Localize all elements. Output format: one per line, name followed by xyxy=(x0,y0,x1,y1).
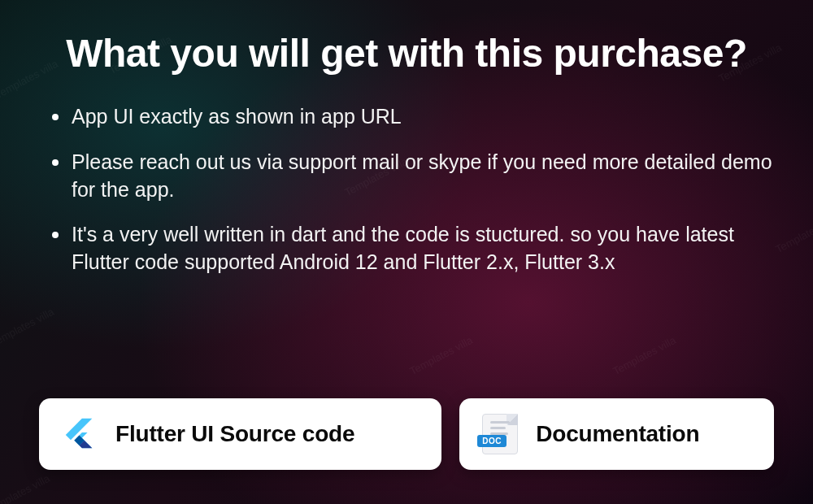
doc-badge: DOC xyxy=(477,435,506,447)
list-item: Please reach out us via support mail or … xyxy=(49,149,774,204)
feature-list: App UI exactly as shown in app URL Pleas… xyxy=(39,103,774,390)
page-title: What you will get with this purchase? xyxy=(39,31,774,76)
card-documentation: DOC Documentation xyxy=(459,398,774,470)
card-label: Documentation xyxy=(536,421,699,447)
flutter-icon xyxy=(59,413,101,455)
card-source-code: Flutter UI Source code xyxy=(39,398,441,470)
watermark-text: Templates villa xyxy=(773,212,813,255)
doc-icon: DOC xyxy=(479,413,521,455)
list-item: App UI exactly as shown in app URL xyxy=(49,103,774,131)
list-item: It's a very well written in dart and the… xyxy=(49,221,774,276)
watermark-text: Templates villa xyxy=(0,472,52,504)
card-label: Flutter UI Source code xyxy=(115,421,354,447)
cards-row: Flutter UI Source code DOC Documentation xyxy=(39,398,774,470)
